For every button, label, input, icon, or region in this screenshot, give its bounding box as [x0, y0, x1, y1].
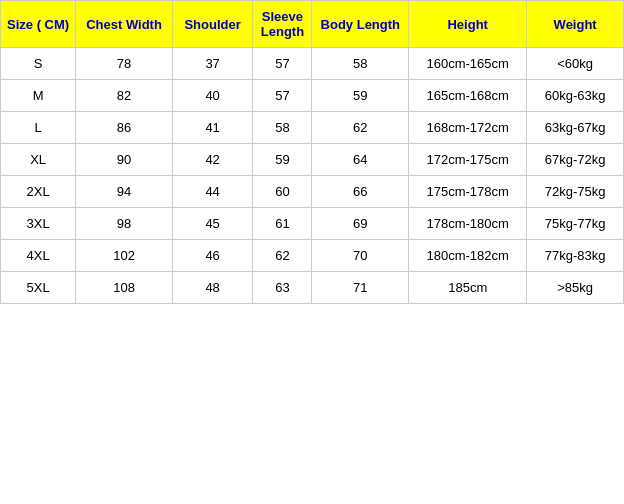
cell-sleeve: 60: [253, 176, 312, 208]
cell-sleeve: 62: [253, 240, 312, 272]
cell-body: 59: [312, 80, 409, 112]
cell-sleeve: 57: [253, 48, 312, 80]
cell-height: 180cm-182cm: [409, 240, 527, 272]
cell-shoulder: 48: [172, 272, 253, 304]
cell-chest: 102: [76, 240, 173, 272]
cell-size: 3XL: [1, 208, 76, 240]
cell-sleeve: 61: [253, 208, 312, 240]
cell-shoulder: 45: [172, 208, 253, 240]
cell-weight: 77kg-83kg: [527, 240, 624, 272]
cell-height: 160cm-165cm: [409, 48, 527, 80]
cell-chest: 90: [76, 144, 173, 176]
cell-body: 58: [312, 48, 409, 80]
cell-chest: 94: [76, 176, 173, 208]
cell-sleeve: 63: [253, 272, 312, 304]
cell-size: S: [1, 48, 76, 80]
cell-chest: 98: [76, 208, 173, 240]
cell-weight: 67kg-72kg: [527, 144, 624, 176]
cell-shoulder: 46: [172, 240, 253, 272]
cell-shoulder: 41: [172, 112, 253, 144]
table-row: 4XL102466270180cm-182cm77kg-83kg: [1, 240, 624, 272]
table-row: 2XL94446066175cm-178cm72kg-75kg: [1, 176, 624, 208]
cell-weight: 60kg-63kg: [527, 80, 624, 112]
cell-chest: 86: [76, 112, 173, 144]
cell-height: 185cm: [409, 272, 527, 304]
cell-body: 62: [312, 112, 409, 144]
header-sleeve: Sleeve Length: [253, 1, 312, 48]
cell-body: 66: [312, 176, 409, 208]
header-row: Size ( CM) Chest Width Shoulder Sleeve L…: [1, 1, 624, 48]
table-row: L86415862168cm-172cm63kg-67kg: [1, 112, 624, 144]
cell-sleeve: 58: [253, 112, 312, 144]
cell-chest: 82: [76, 80, 173, 112]
cell-sleeve: 57: [253, 80, 312, 112]
cell-shoulder: 42: [172, 144, 253, 176]
cell-body: 70: [312, 240, 409, 272]
cell-body: 71: [312, 272, 409, 304]
cell-weight: >85kg: [527, 272, 624, 304]
cell-size: M: [1, 80, 76, 112]
cell-shoulder: 44: [172, 176, 253, 208]
cell-weight: 75kg-77kg: [527, 208, 624, 240]
cell-sleeve: 59: [253, 144, 312, 176]
cell-chest: 78: [76, 48, 173, 80]
header-shoulder: Shoulder: [172, 1, 253, 48]
cell-height: 172cm-175cm: [409, 144, 527, 176]
table-row: 5XL108486371185cm>85kg: [1, 272, 624, 304]
header-weight: Weight: [527, 1, 624, 48]
cell-body: 69: [312, 208, 409, 240]
cell-size: XL: [1, 144, 76, 176]
cell-weight: <60kg: [527, 48, 624, 80]
table-row: M82405759165cm-168cm60kg-63kg: [1, 80, 624, 112]
cell-height: 178cm-180cm: [409, 208, 527, 240]
size-chart: Size ( CM) Chest Width Shoulder Sleeve L…: [0, 0, 624, 304]
header-chest: Chest Width: [76, 1, 173, 48]
cell-size: L: [1, 112, 76, 144]
header-size: Size ( CM): [1, 1, 76, 48]
cell-shoulder: 37: [172, 48, 253, 80]
cell-size: 2XL: [1, 176, 76, 208]
header-height: Height: [409, 1, 527, 48]
cell-body: 64: [312, 144, 409, 176]
table-row: S78375758160cm-165cm<60kg: [1, 48, 624, 80]
table-row: 3XL98456169178cm-180cm75kg-77kg: [1, 208, 624, 240]
cell-size: 5XL: [1, 272, 76, 304]
table-row: XL90425964172cm-175cm67kg-72kg: [1, 144, 624, 176]
header-body: Body Length: [312, 1, 409, 48]
cell-height: 175cm-178cm: [409, 176, 527, 208]
cell-chest: 108: [76, 272, 173, 304]
cell-weight: 63kg-67kg: [527, 112, 624, 144]
cell-size: 4XL: [1, 240, 76, 272]
cell-weight: 72kg-75kg: [527, 176, 624, 208]
cell-height: 165cm-168cm: [409, 80, 527, 112]
cell-shoulder: 40: [172, 80, 253, 112]
cell-height: 168cm-172cm: [409, 112, 527, 144]
